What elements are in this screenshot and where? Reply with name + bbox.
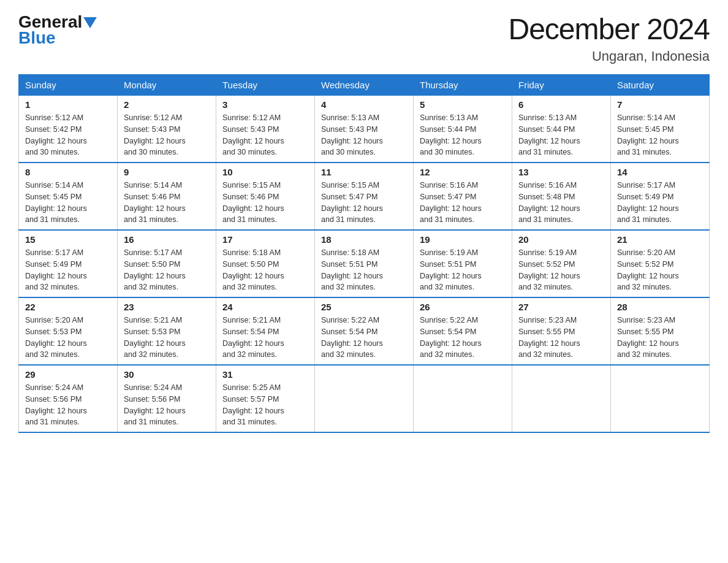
day-info: Sunrise: 5:20 AM Sunset: 5:53 PM Dayligh… [25,315,111,361]
location-subtitle: Ungaran, Indonesia [508,48,710,64]
day-info: Sunrise: 5:13 AM Sunset: 5:44 PM Dayligh… [420,112,506,158]
day-number: 30 [124,369,210,380]
logo-blue-text: Blue [18,28,56,48]
logo-arrow-icon [83,17,97,31]
col-friday: Friday [512,75,611,96]
day-info: Sunrise: 5:14 AM Sunset: 5:45 PM Dayligh… [617,112,703,158]
day-number: 24 [222,302,308,312]
day-info: Sunrise: 5:24 AM Sunset: 5:56 PM Dayligh… [124,382,210,428]
day-number: 15 [25,234,111,245]
day-number: 5 [420,99,506,110]
logo: General Blue [18,12,97,48]
calendar-cell: 13 Sunrise: 5:16 AM Sunset: 5:48 PM Dayl… [512,163,611,230]
day-info: Sunrise: 5:14 AM Sunset: 5:46 PM Dayligh… [124,180,210,226]
day-number: 21 [617,234,703,245]
calendar-cell: 1 Sunrise: 5:12 AM Sunset: 5:42 PM Dayli… [19,96,118,163]
day-info: Sunrise: 5:13 AM Sunset: 5:43 PM Dayligh… [321,112,407,158]
calendar-week-row: 29 Sunrise: 5:24 AM Sunset: 5:56 PM Dayl… [19,365,710,432]
calendar-cell: 4 Sunrise: 5:13 AM Sunset: 5:43 PM Dayli… [315,96,414,163]
col-thursday: Thursday [414,75,512,96]
calendar-cell: 9 Sunrise: 5:14 AM Sunset: 5:46 PM Dayli… [118,163,216,230]
calendar-week-row: 22 Sunrise: 5:20 AM Sunset: 5:53 PM Dayl… [19,297,710,365]
calendar-cell: 17 Sunrise: 5:18 AM Sunset: 5:50 PM Dayl… [216,230,315,297]
day-number: 19 [420,234,506,245]
day-number: 2 [124,99,210,110]
day-number: 27 [518,302,604,312]
calendar-cell: 20 Sunrise: 5:19 AM Sunset: 5:52 PM Dayl… [512,230,611,297]
day-info: Sunrise: 5:17 AM Sunset: 5:50 PM Dayligh… [124,247,210,293]
calendar-cell: 3 Sunrise: 5:12 AM Sunset: 5:43 PM Dayli… [216,96,315,163]
day-info: Sunrise: 5:12 AM Sunset: 5:42 PM Dayligh… [25,112,111,158]
day-info: Sunrise: 5:22 AM Sunset: 5:54 PM Dayligh… [321,315,407,361]
day-number: 20 [518,234,604,245]
day-number: 16 [124,234,210,245]
day-info: Sunrise: 5:24 AM Sunset: 5:56 PM Dayligh… [25,382,111,428]
calendar-cell: 30 Sunrise: 5:24 AM Sunset: 5:56 PM Dayl… [118,365,216,432]
day-number: 8 [25,167,111,177]
day-number: 12 [420,167,506,177]
day-info: Sunrise: 5:16 AM Sunset: 5:48 PM Dayligh… [518,180,604,226]
day-number: 25 [321,302,407,312]
calendar-cell: 11 Sunrise: 5:15 AM Sunset: 5:47 PM Dayl… [315,163,414,230]
calendar-cell: 26 Sunrise: 5:22 AM Sunset: 5:54 PM Dayl… [414,297,512,365]
calendar-cell [315,365,414,432]
calendar-cell: 23 Sunrise: 5:21 AM Sunset: 5:53 PM Dayl… [118,297,216,365]
calendar-cell: 5 Sunrise: 5:13 AM Sunset: 5:44 PM Dayli… [414,96,512,163]
header-row: Sunday Monday Tuesday Wednesday Thursday… [19,75,710,96]
day-info: Sunrise: 5:15 AM Sunset: 5:47 PM Dayligh… [321,180,407,226]
calendar-header: Sunday Monday Tuesday Wednesday Thursday… [19,75,710,96]
day-info: Sunrise: 5:17 AM Sunset: 5:49 PM Dayligh… [25,247,111,293]
calendar-cell: 21 Sunrise: 5:20 AM Sunset: 5:52 PM Dayl… [611,230,710,297]
day-info: Sunrise: 5:19 AM Sunset: 5:51 PM Dayligh… [420,247,506,293]
calendar-cell: 22 Sunrise: 5:20 AM Sunset: 5:53 PM Dayl… [19,297,118,365]
calendar-cell [512,365,611,432]
calendar-cell [414,365,512,432]
calendar-cell: 28 Sunrise: 5:23 AM Sunset: 5:55 PM Dayl… [611,297,710,365]
day-number: 1 [25,99,111,110]
calendar-cell: 6 Sunrise: 5:13 AM Sunset: 5:44 PM Dayli… [512,96,611,163]
day-info: Sunrise: 5:21 AM Sunset: 5:53 PM Dayligh… [124,315,210,361]
day-number: 29 [25,369,111,380]
day-info: Sunrise: 5:12 AM Sunset: 5:43 PM Dayligh… [222,112,308,158]
day-number: 17 [222,234,308,245]
calendar-cell: 7 Sunrise: 5:14 AM Sunset: 5:45 PM Dayli… [611,96,710,163]
day-info: Sunrise: 5:18 AM Sunset: 5:51 PM Dayligh… [321,247,407,293]
day-number: 7 [617,99,703,110]
day-info: Sunrise: 5:21 AM Sunset: 5:54 PM Dayligh… [222,315,308,361]
calendar-week-row: 1 Sunrise: 5:12 AM Sunset: 5:42 PM Dayli… [19,96,710,163]
col-saturday: Saturday [611,75,710,96]
calendar-cell: 19 Sunrise: 5:19 AM Sunset: 5:51 PM Dayl… [414,230,512,297]
day-info: Sunrise: 5:25 AM Sunset: 5:57 PM Dayligh… [222,382,308,428]
calendar-cell: 18 Sunrise: 5:18 AM Sunset: 5:51 PM Dayl… [315,230,414,297]
day-info: Sunrise: 5:22 AM Sunset: 5:54 PM Dayligh… [420,315,506,361]
day-number: 13 [518,167,604,177]
day-info: Sunrise: 5:13 AM Sunset: 5:44 PM Dayligh… [518,112,604,158]
day-number: 4 [321,99,407,110]
calendar-cell: 29 Sunrise: 5:24 AM Sunset: 5:56 PM Dayl… [19,365,118,432]
calendar-cell: 14 Sunrise: 5:17 AM Sunset: 5:49 PM Dayl… [611,163,710,230]
day-number: 28 [617,302,703,312]
day-info: Sunrise: 5:23 AM Sunset: 5:55 PM Dayligh… [617,315,703,361]
day-info: Sunrise: 5:14 AM Sunset: 5:45 PM Dayligh… [25,180,111,226]
calendar-cell: 10 Sunrise: 5:15 AM Sunset: 5:46 PM Dayl… [216,163,315,230]
day-info: Sunrise: 5:12 AM Sunset: 5:43 PM Dayligh… [124,112,210,158]
calendar-cell: 27 Sunrise: 5:23 AM Sunset: 5:55 PM Dayl… [512,297,611,365]
page-header: General Blue December 2024 Ungaran, Indo… [18,12,710,64]
day-number: 3 [222,99,308,110]
day-number: 23 [124,302,210,312]
calendar-cell: 12 Sunrise: 5:16 AM Sunset: 5:47 PM Dayl… [414,163,512,230]
calendar-cell: 15 Sunrise: 5:17 AM Sunset: 5:49 PM Dayl… [19,230,118,297]
day-number: 26 [420,302,506,312]
col-sunday: Sunday [19,75,118,96]
calendar-week-row: 15 Sunrise: 5:17 AM Sunset: 5:49 PM Dayl… [19,230,710,297]
day-number: 6 [518,99,604,110]
col-tuesday: Tuesday [216,75,315,96]
day-info: Sunrise: 5:23 AM Sunset: 5:55 PM Dayligh… [518,315,604,361]
svg-marker-0 [83,17,97,28]
calendar-cell: 31 Sunrise: 5:25 AM Sunset: 5:57 PM Dayl… [216,365,315,432]
day-info: Sunrise: 5:15 AM Sunset: 5:46 PM Dayligh… [222,180,308,226]
calendar-cell: 8 Sunrise: 5:14 AM Sunset: 5:45 PM Dayli… [19,163,118,230]
month-title: December 2024 [508,12,710,46]
day-number: 22 [25,302,111,312]
calendar-cell: 24 Sunrise: 5:21 AM Sunset: 5:54 PM Dayl… [216,297,315,365]
